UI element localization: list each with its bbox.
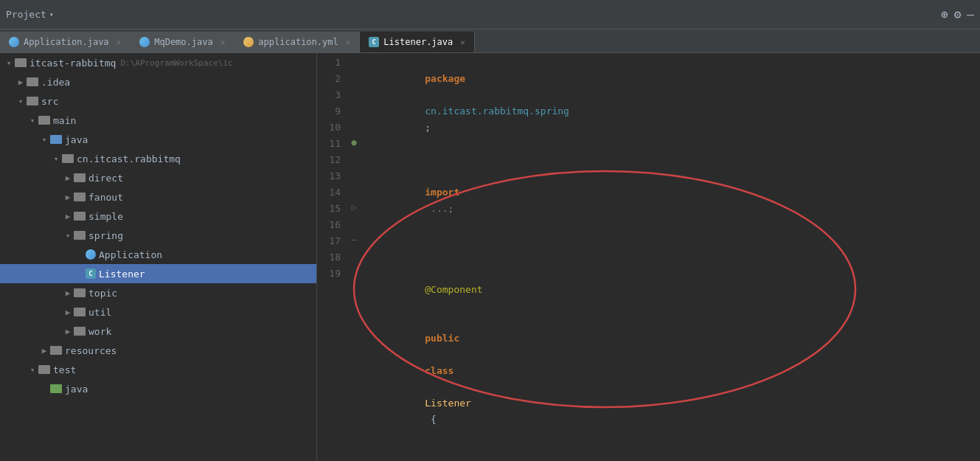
tree-item-util[interactable]: ▶ util xyxy=(0,302,316,322)
tree-item-topic[interactable]: ▶ topic xyxy=(0,283,316,302)
tab-close-listener[interactable]: ✕ xyxy=(460,38,465,47)
arrow-pkg: ▾ xyxy=(50,154,62,164)
tab-icon-application xyxy=(9,37,19,47)
tree-label-simple: simple xyxy=(88,211,123,222)
tree-item-java-main[interactable]: ▾ java xyxy=(0,130,316,149)
tree-label-pkg: cn.itcast.rabbitmq xyxy=(77,153,181,164)
tab-icon-yml xyxy=(243,37,254,47)
tab-close-application[interactable]: ✕ xyxy=(117,38,122,47)
tree-label-topic: topic xyxy=(88,288,117,299)
tree-item-resources[interactable]: ▶ resources xyxy=(0,341,316,360)
tree-label-work: work xyxy=(88,326,111,337)
arrow-work: ▶ xyxy=(62,327,74,336)
arrow-util: ▶ xyxy=(62,308,74,317)
code-line-2 xyxy=(367,152,980,168)
gutter-11: ● xyxy=(347,134,361,150)
project-title: Project xyxy=(6,9,46,20)
folder-icon-spring xyxy=(74,231,86,240)
tree-label-java-test: java xyxy=(65,384,88,395)
arrow-main: ▾ xyxy=(27,116,38,125)
tab-label-application: Application.java xyxy=(24,37,109,47)
tree-item-listener[interactable]: C Listener xyxy=(0,264,316,283)
tree-item-main[interactable]: ▾ main xyxy=(0,111,316,130)
code-line-10 xyxy=(367,249,980,266)
arrow-idea: ▶ xyxy=(15,77,27,87)
folder-icon-main xyxy=(38,116,50,125)
gutter-17: – xyxy=(347,232,361,248)
tree-item-simple[interactable]: ▶ simple xyxy=(0,207,316,226)
folder-icon-idea xyxy=(27,77,38,86)
folder-icon-pkg xyxy=(62,154,74,163)
code-line-3: import ...; xyxy=(367,168,980,233)
folder-icon-work xyxy=(74,327,86,336)
tree-item-java-test[interactable]: java xyxy=(0,379,316,398)
arrow-topic: ▶ xyxy=(62,288,74,298)
arrow-test: ▾ xyxy=(27,365,38,375)
gutter-10 xyxy=(347,118,361,134)
folder-icon-fanout xyxy=(74,193,86,201)
gutter-13 xyxy=(347,167,361,183)
top-bar: Project ▾ ⊕ ⚙ – xyxy=(0,0,980,30)
toolbar-icons: ⊕ ⚙ – xyxy=(941,7,974,21)
tree-label-util: util xyxy=(88,307,111,318)
gutter-area: ● ▷ – xyxy=(347,53,361,461)
tree-item-test[interactable]: ▾ test xyxy=(0,360,316,379)
folder-icon-java-main xyxy=(50,135,62,144)
add-icon[interactable]: ⊕ xyxy=(941,7,948,21)
code-content[interactable]: package cn.itcast.rabbitmq.spring ; impo… xyxy=(361,53,980,461)
tree-label-direct: direct xyxy=(88,173,123,184)
project-dropdown-arrow[interactable]: ▾ xyxy=(49,10,54,18)
code-line-12: public class Listener { xyxy=(367,314,980,444)
code-line-13 xyxy=(367,444,980,460)
gutter-1 xyxy=(347,53,361,69)
folder-icon-resources xyxy=(50,346,62,355)
tree-label-root: itcast-rabbitmq xyxy=(29,58,116,69)
folder-icon-util xyxy=(74,308,86,316)
settings-icon[interactable]: ⚙ xyxy=(954,7,962,21)
folder-icon-java-test xyxy=(50,384,62,393)
file-icon-application xyxy=(86,249,96,260)
folder-icon-simple xyxy=(74,212,86,221)
tab-listener-java[interactable]: C Listener.java ✕ xyxy=(360,32,475,52)
gutter-19 xyxy=(347,264,361,280)
tab-close-yml[interactable]: ✕ xyxy=(346,38,351,47)
tree-item-work[interactable]: ▶ work xyxy=(0,322,316,341)
tree-label-main: main xyxy=(53,115,76,126)
tree-item-root[interactable]: ▾ itcast-rabbitmq D:\AProgramWorkSpace\i… xyxy=(0,53,316,72)
tree-label-spring: spring xyxy=(88,230,123,241)
tree-item-pkg[interactable]: ▾ cn.itcast.rabbitmq xyxy=(0,149,316,168)
tab-mqdemo-java[interactable]: MqDemo.java ✕ xyxy=(131,32,234,52)
root-path: D:\AProgramWorkSpace\ic xyxy=(120,58,232,68)
tree-item-src[interactable]: ▾ src xyxy=(0,91,316,111)
minimize-icon[interactable]: – xyxy=(967,7,974,21)
tab-icon-mqdemo xyxy=(139,37,150,47)
editor-area[interactable]: 1 2 3 9 10 11 12 13 14 15 16 17 18 19 xyxy=(317,53,980,461)
arrow-direct: ▶ xyxy=(62,173,74,183)
tree-label-listener: Listener xyxy=(99,268,145,280)
file-icon-listener: C xyxy=(86,268,96,279)
tree-label-application: Application xyxy=(99,249,162,260)
tree-label-java-main: java xyxy=(65,134,88,145)
tab-bar: Application.java ✕ MqDemo.java ✕ applica… xyxy=(0,30,980,53)
tab-application-java[interactable]: Application.java ✕ xyxy=(0,32,131,52)
folder-icon-topic xyxy=(74,288,86,297)
folder-icon-test xyxy=(38,365,50,374)
tab-icon-listener: C xyxy=(369,37,379,47)
tree-item-application[interactable]: Application xyxy=(0,245,316,264)
tab-close-mqdemo[interactable]: ✕ xyxy=(220,38,226,47)
tree-label-resources: resources xyxy=(65,345,117,356)
gutter-3 xyxy=(347,86,361,102)
tab-application-yml[interactable]: application.yml ✕ xyxy=(234,32,360,52)
tree-item-fanout[interactable]: ▶ fanout xyxy=(0,187,316,207)
tree-label-idea: .idea xyxy=(41,77,70,88)
folder-icon-src xyxy=(27,97,38,105)
gutter-14 xyxy=(347,183,361,199)
tree-item-spring[interactable]: ▾ spring xyxy=(0,226,316,245)
tree-label-fanout: fanout xyxy=(88,192,123,203)
project-panel-header: Project ▾ xyxy=(6,9,54,20)
gutter-9 xyxy=(347,102,361,118)
tree-item-direct[interactable]: ▶ direct xyxy=(0,168,316,187)
code-line-9 xyxy=(367,233,980,249)
tree-item-idea[interactable]: ▶ .idea xyxy=(0,72,316,91)
gutter-12 xyxy=(347,150,361,167)
